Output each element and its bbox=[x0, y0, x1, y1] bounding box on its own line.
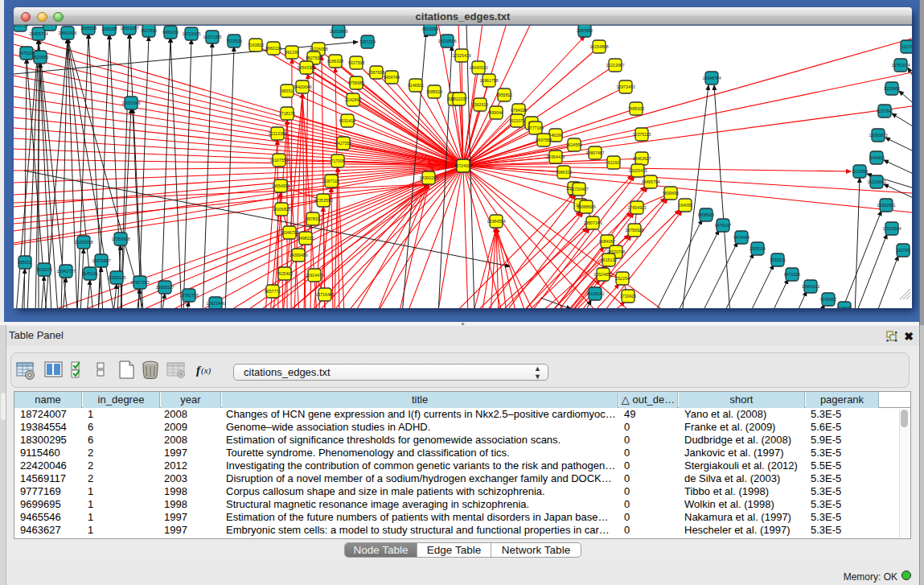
svg-text:8822037: 8822037 bbox=[451, 97, 467, 101]
svg-text:(x): (x) bbox=[201, 365, 211, 376]
svg-text:1065287: 1065287 bbox=[101, 27, 117, 31]
svg-text:14136141: 14136141 bbox=[585, 291, 604, 296]
svg-text:16671355: 16671355 bbox=[203, 35, 221, 39]
svg-text:13226058: 13226058 bbox=[309, 47, 327, 51]
svg-text:16914479: 16914479 bbox=[305, 273, 323, 278]
svg-text:899044: 899044 bbox=[489, 110, 503, 115]
svg-text:116753: 116753 bbox=[897, 248, 910, 253]
svg-text:14099489: 14099489 bbox=[289, 253, 307, 257]
svg-text:20364436: 20364436 bbox=[546, 154, 565, 159]
svg-text:2087682: 2087682 bbox=[577, 28, 593, 33]
svg-text:2620650: 2620650 bbox=[32, 55, 48, 60]
svg-text:19106825: 19106825 bbox=[272, 207, 290, 212]
svg-text:12375115: 12375115 bbox=[633, 132, 651, 137]
svg-text:1244415: 1244415 bbox=[869, 155, 885, 160]
svg-text:16210643: 16210643 bbox=[867, 179, 885, 184]
svg-text:3267110: 3267110 bbox=[323, 179, 339, 183]
svg-text:7986322: 7986322 bbox=[556, 170, 572, 175]
svg-text:6794028: 6794028 bbox=[511, 108, 527, 113]
svg-text:13716485: 13716485 bbox=[315, 292, 334, 297]
svg-text:98391: 98391 bbox=[281, 89, 294, 93]
svg-text:2367608: 2367608 bbox=[368, 70, 384, 75]
svg-text:1955724: 1955724 bbox=[14, 25, 28, 27]
svg-text:20691406: 20691406 bbox=[58, 31, 76, 35]
svg-text:16548784: 16548784 bbox=[702, 76, 721, 80]
svg-text:16961758: 16961758 bbox=[479, 78, 498, 83]
svg-text:16782759: 16782759 bbox=[179, 293, 198, 298]
svg-text:10025433: 10025433 bbox=[628, 168, 647, 173]
svg-text:3915171: 3915171 bbox=[36, 267, 52, 272]
svg-text:10807487: 10807487 bbox=[585, 150, 604, 155]
svg-text:1588520: 1588520 bbox=[426, 89, 442, 94]
svg-text:8660124: 8660124 bbox=[265, 46, 281, 51]
svg-text:1145191: 1145191 bbox=[82, 271, 98, 276]
svg-text:891295: 891295 bbox=[285, 50, 298, 55]
svg-text:16107553: 16107553 bbox=[269, 158, 288, 163]
svg-text:9827503: 9827503 bbox=[306, 56, 322, 60]
svg-text:10653287: 10653287 bbox=[120, 26, 138, 31]
svg-text:9327508: 9327508 bbox=[348, 60, 364, 65]
svg-text:18807249: 18807249 bbox=[583, 220, 602, 225]
svg-text:8454749: 8454749 bbox=[384, 75, 400, 80]
svg-text:2242843: 2242843 bbox=[345, 97, 361, 102]
svg-text:18640910: 18640910 bbox=[469, 65, 487, 70]
svg-text:9146821: 9146821 bbox=[408, 83, 424, 88]
svg-text:16033809: 16033809 bbox=[329, 29, 347, 34]
svg-text:9474444: 9474444 bbox=[733, 235, 749, 240]
svg-text:7632621: 7632621 bbox=[770, 257, 786, 262]
svg-text:9657771: 9657771 bbox=[265, 289, 281, 294]
svg-text:164095: 164095 bbox=[678, 203, 692, 208]
svg-text:17957253: 17957253 bbox=[130, 280, 149, 285]
svg-text:8756685: 8756685 bbox=[348, 80, 364, 85]
svg-text:62160: 62160 bbox=[608, 160, 620, 165]
svg-text:9227342: 9227342 bbox=[877, 109, 893, 113]
svg-text:1733426: 1733426 bbox=[620, 294, 636, 299]
svg-text:8471626: 8471626 bbox=[784, 272, 800, 277]
svg-text:987833: 987833 bbox=[306, 216, 319, 221]
svg-text:10973493: 10973493 bbox=[616, 84, 634, 89]
svg-text:10958117: 10958117 bbox=[156, 285, 175, 290]
svg-text:10688609: 10688609 bbox=[577, 204, 595, 209]
svg-text:12093873: 12093873 bbox=[869, 133, 887, 138]
svg-text:9699695: 9699695 bbox=[663, 191, 679, 196]
svg-text:7485003: 7485003 bbox=[628, 106, 644, 111]
svg-text:717006: 717006 bbox=[331, 159, 344, 163]
svg-text:7515526: 7515526 bbox=[226, 39, 242, 43]
svg-text:10654112: 10654112 bbox=[802, 284, 820, 289]
svg-text:10543382: 10543382 bbox=[297, 65, 315, 70]
svg-text:2935114: 2935114 bbox=[749, 246, 766, 251]
svg-text:12213369: 12213369 bbox=[268, 131, 286, 136]
svg-text:20206558: 20206558 bbox=[74, 240, 92, 245]
svg-text:924505: 924505 bbox=[837, 306, 851, 308]
svg-text:11170: 11170 bbox=[901, 44, 912, 49]
svg-text:12942737: 12942737 bbox=[56, 269, 75, 274]
svg-text:18975887: 18975887 bbox=[92, 258, 110, 263]
svg-text:24055724: 24055724 bbox=[29, 31, 47, 36]
svg-text:8938923: 8938923 bbox=[698, 212, 714, 217]
svg-text:7357224: 7357224 bbox=[359, 39, 376, 44]
svg-text:6479197: 6479197 bbox=[715, 223, 731, 228]
svg-text:6466160: 6466160 bbox=[162, 30, 179, 35]
svg-text:18463627: 18463627 bbox=[632, 156, 651, 161]
svg-text:7955812: 7955812 bbox=[496, 93, 512, 97]
svg-text:15692951: 15692951 bbox=[877, 203, 895, 208]
svg-text:8186328: 8186328 bbox=[327, 59, 343, 64]
svg-text:12505135: 12505135 bbox=[107, 275, 125, 280]
svg-text:15720407: 15720407 bbox=[569, 187, 588, 192]
svg-text:18724007: 18724007 bbox=[454, 163, 472, 168]
svg-text:24420046: 24420046 bbox=[293, 84, 311, 89]
svg-text:17359938: 17359938 bbox=[111, 237, 129, 241]
svg-text:8813054: 8813054 bbox=[422, 27, 438, 31]
svg-text:18300295: 18300295 bbox=[419, 175, 437, 180]
svg-text:3624554: 3624554 bbox=[566, 142, 582, 147]
svg-text:1615132: 1615132 bbox=[601, 257, 617, 262]
svg-text:7163822: 7163822 bbox=[248, 43, 264, 47]
svg-text:7625402: 7625402 bbox=[277, 271, 293, 276]
svg-text:12213967: 12213967 bbox=[606, 63, 624, 68]
svg-text:12325419: 12325419 bbox=[452, 53, 470, 58]
svg-text:8427552: 8427552 bbox=[335, 141, 351, 146]
svg-text:1362615: 1362615 bbox=[472, 102, 488, 107]
svg-text:885001: 885001 bbox=[18, 260, 31, 265]
svg-text:17654923: 17654923 bbox=[627, 205, 646, 210]
svg-text:12923446: 12923446 bbox=[206, 301, 224, 306]
